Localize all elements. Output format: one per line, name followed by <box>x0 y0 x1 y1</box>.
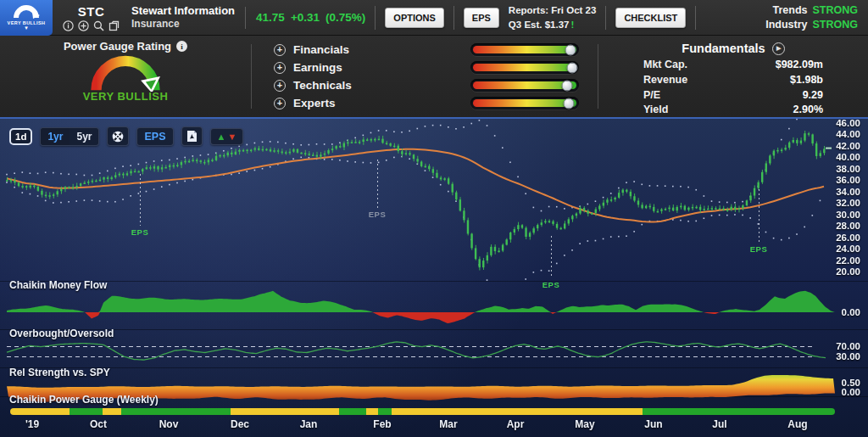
ticker-block: STC <box>63 4 120 31</box>
expand-icon[interactable]: + <box>274 80 286 92</box>
fund-value: 9.29 <box>803 88 823 104</box>
factor-row-experts: + Experts <box>274 97 579 109</box>
signals-toggle-button[interactable]: ▲ ▼ <box>210 128 244 145</box>
ticker-symbol: STC <box>63 4 120 19</box>
eps-marker-label[interactable]: EPS <box>131 227 149 237</box>
x-axis-month-label: Oct <box>90 418 107 430</box>
slider-knob[interactable] <box>561 80 572 91</box>
chart-toolbar: 1d 1yr 5yr EPS ▲ ▼ <box>9 126 243 146</box>
slider-track <box>473 64 576 71</box>
slider-knob[interactable] <box>564 98 575 109</box>
factor-slider-financials[interactable] <box>470 43 579 56</box>
overbought-oversold-label: Overbought/Oversold <box>9 328 114 339</box>
expand-icon[interactable]: + <box>274 62 286 74</box>
slider-knob[interactable] <box>565 44 576 55</box>
divider <box>695 6 696 30</box>
x-axis-month-label: Jan <box>300 418 318 430</box>
industry-group-value: STRONG <box>813 19 858 31</box>
eps-marker-label[interactable]: EPS <box>750 244 768 254</box>
eps-button[interactable]: EPS <box>464 8 499 28</box>
factor-slider-experts[interactable] <box>470 97 579 109</box>
reports-date: Reports: Fri Oct 23 <box>509 3 597 17</box>
y-axis-tick: 46.00 <box>836 118 860 128</box>
range-1yr-button[interactable]: 1yr <box>41 128 70 145</box>
play-icon[interactable]: ▶ <box>772 42 785 55</box>
last-price: 41.75 <box>256 11 285 24</box>
range-1d-button[interactable]: 1d <box>9 128 32 145</box>
x-axis-month-label: '19 <box>25 418 39 430</box>
export-pdf-button[interactable] <box>181 126 203 146</box>
fund-label: Revenue <box>643 73 687 88</box>
factor-slider-earnings[interactable] <box>470 61 579 74</box>
info-icon[interactable] <box>63 20 74 31</box>
eps-marker-label[interactable]: EPS <box>542 280 560 289</box>
pdf-icon <box>186 130 198 143</box>
money-flow-label: Chaikin Money Flow <box>9 279 107 291</box>
company-block: Stewart Information Insurance <box>131 4 235 31</box>
power-gauge-rating: VERY BULLISH <box>83 90 169 103</box>
indicator-axis-tick: 30.00 <box>836 351 860 361</box>
gauge-icon <box>12 5 41 20</box>
search-icon[interactable] <box>93 20 104 31</box>
price-quote: 41.75 +0.31 (0.75%) <box>245 7 365 29</box>
chart-settings-button[interactable] <box>107 126 129 146</box>
y-axis-tick: 38.00 <box>836 164 860 174</box>
fund-value: 2.90% <box>793 103 823 118</box>
reports-alert: ! <box>570 20 574 30</box>
checklist-button[interactable]: CHECKLIST <box>615 8 686 28</box>
industry-group-label: Industry <box>765 19 807 31</box>
x-axis-month-label: Feb <box>373 418 391 430</box>
slider-track <box>473 46 576 53</box>
add-icon[interactable] <box>78 20 89 31</box>
power-gauge-arc <box>81 53 170 92</box>
header: VERY BULLISH ▾ STC Stewart Information I… <box>0 0 868 36</box>
price-chart-canvas[interactable] <box>0 119 868 437</box>
buy-signal-icon: ▲ <box>217 132 226 142</box>
slider-track <box>473 99 576 107</box>
power-gauge-band: Power Gauge Rating i VERY BULLISH + Fina… <box>0 36 868 117</box>
x-axis-month-label: Dec <box>231 418 249 430</box>
range-5yr-button[interactable]: 5yr <box>70 128 98 145</box>
x-axis-month-label: Nov <box>159 418 179 430</box>
indicator-axis-tick: 70.00 <box>836 341 860 351</box>
x-axis-month-label: Mar <box>439 418 457 430</box>
fund-value: $982.09m <box>776 58 823 73</box>
fundamentals-row: Yield2.90% <box>643 103 823 118</box>
fund-label: Yield <box>643 103 668 118</box>
y-axis-tick: 24.00 <box>836 244 860 254</box>
chart-area: 1d 1yr 5yr EPS ▲ ▼ Chaikin Money Fl <box>0 117 868 437</box>
fundamentals-row: Revenue$1.98b <box>643 73 823 88</box>
y-axis-tick: 44.00 <box>836 129 860 139</box>
trends-block: TrendsSTRONG IndustrySTRONG <box>765 3 858 32</box>
company-name: Stewart Information <box>131 4 235 18</box>
info-icon[interactable]: i <box>176 41 187 52</box>
eps-marker-label[interactable]: EPS <box>369 210 387 219</box>
y-axis-tick: 32.00 <box>836 198 860 208</box>
factor-label: Experts <box>293 97 336 109</box>
y-axis-tick: 28.00 <box>836 221 860 231</box>
x-axis-month-label: May <box>575 418 594 430</box>
factor-row-earnings: + Earnings <box>274 61 579 74</box>
price-change-pct: (0.75%) <box>326 11 365 24</box>
power-gauge-weekly-label: Chaikin Power Gauge (Weekly) <box>9 394 159 406</box>
x-axis-month-label: Apr <box>507 418 525 430</box>
copy-icon[interactable] <box>108 20 120 31</box>
company-industry: Insurance <box>131 18 235 31</box>
sell-signal-icon: ▼ <box>227 132 236 142</box>
slider-knob[interactable] <box>567 62 578 73</box>
y-axis-tick: 26.00 <box>836 233 860 243</box>
factor-label: Technicals <box>293 79 352 92</box>
expand-icon[interactable]: + <box>274 98 286 109</box>
fund-value: $1.98b <box>790 73 823 88</box>
options-button[interactable]: OPTIONS <box>385 8 444 28</box>
reports-estimate: Q3 Est. $1.37 <box>509 20 570 30</box>
y-axis-tick: 40.00 <box>836 152 860 162</box>
fundamentals-row: P/E9.29 <box>643 88 823 104</box>
divider <box>605 6 606 30</box>
eps-toggle-button[interactable]: EPS <box>136 127 173 146</box>
rating-badge[interactable]: VERY BULLISH ▾ <box>0 0 53 36</box>
x-axis-month-label: Jul <box>712 418 726 430</box>
y-axis-tick: 42.00 <box>836 141 860 151</box>
factor-slider-technicals[interactable] <box>470 79 579 92</box>
expand-icon[interactable]: + <box>274 44 286 56</box>
